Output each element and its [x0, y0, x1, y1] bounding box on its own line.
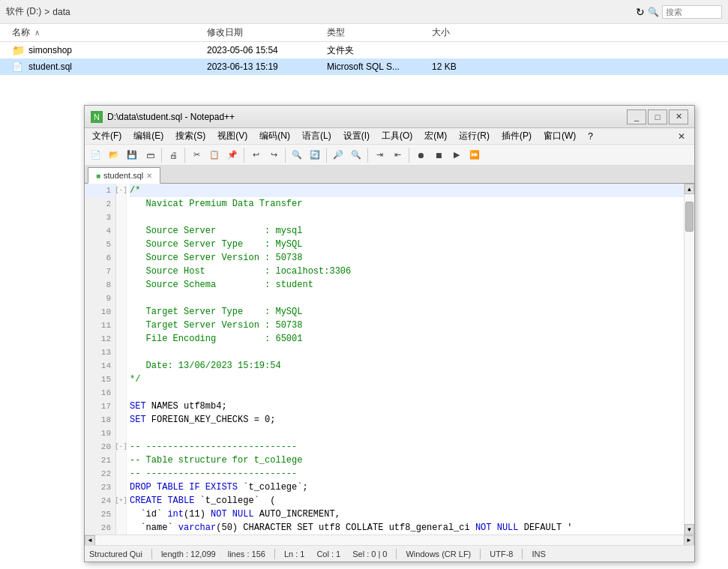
fold-19 — [116, 427, 126, 440]
toolbar-sep-4 — [285, 148, 286, 163]
maximize-button[interactable]: □ — [648, 109, 667, 124]
tab-student-sql[interactable]: ■ student.sql ✕ — [88, 167, 160, 184]
menu-plugins[interactable]: 插件(P) — [497, 128, 536, 144]
file-row-student-sql[interactable]: 📄 student.sql 2023-06-13 15:19 Microsoft… — [0, 58, 728, 75]
toolbar-sep-6 — [367, 148, 368, 163]
menu-help[interactable]: ? — [583, 130, 598, 143]
line-num-1: 1 — [85, 184, 115, 197]
vertical-scrollbar[interactable]: ▲ ▼ — [684, 184, 694, 535]
status-sep-1 — [151, 549, 152, 559]
breadcrumb-drive[interactable]: 软件 (D:) — [6, 5, 41, 18]
toolbar-zoom-out[interactable]: 🔍 — [348, 147, 364, 163]
horizontal-scrollbar[interactable]: ◄ ► — [85, 535, 694, 545]
fold-17 — [116, 400, 126, 413]
toolbar-copy[interactable]: 📋 — [206, 147, 223, 163]
menu-encoding[interactable]: 编码(N) — [255, 128, 295, 144]
menu-tools[interactable]: 工具(O) — [377, 128, 417, 144]
breadcrumb-folder[interactable]: data — [52, 7, 70, 17]
fold-20[interactable]: [-] — [116, 440, 126, 454]
npp-x-button[interactable]: ✕ — [672, 130, 691, 143]
code-line-8: Source Schema : student — [130, 278, 684, 292]
file-date: 2023-06-13 15:19 — [207, 61, 327, 72]
scroll-h-track[interactable] — [95, 535, 684, 545]
code-editor-content[interactable]: /* Navicat Premium Data Transfer Source … — [127, 184, 684, 535]
menu-run[interactable]: 运行(R) — [454, 128, 494, 144]
fold-16 — [116, 386, 126, 400]
npp-editor[interactable]: 1 2 3 4 5 6 7 8 9 10 11 12 13 14 15 16 1… — [85, 184, 694, 535]
breadcrumb-sep: > — [44, 7, 49, 17]
toolbar-outdent[interactable]: ⇤ — [389, 147, 406, 163]
search-input[interactable] — [662, 5, 722, 19]
toolbar-cut[interactable]: ✂ — [188, 147, 205, 163]
line-num-15: 15 — [85, 373, 115, 386]
sort-arrow: ∧ — [34, 28, 40, 37]
scroll-down-arrow[interactable]: ▼ — [685, 524, 694, 535]
code-line-24: CREATE TABLE `t_college` ( — [130, 494, 684, 508]
scroll-up-arrow[interactable]: ▲ — [685, 184, 694, 194]
line-num-14: 14 — [85, 359, 115, 373]
code-line-7: Source Host : localhost:3306 — [130, 265, 684, 278]
menu-file[interactable]: 文件(F) — [88, 128, 126, 144]
status-ln: Ln : 1 — [284, 550, 305, 559]
file-size: 12 KB — [432, 61, 507, 72]
col-header-type[interactable]: 类型 — [327, 26, 432, 39]
toolbar-indent[interactable]: ⇥ — [371, 147, 388, 163]
line-num-2: 2 — [85, 197, 115, 211]
status-lines: lines : 156 — [228, 550, 265, 559]
close-button[interactable]: ✕ — [669, 109, 688, 124]
status-sep-3 — [396, 549, 397, 559]
line-num-19: 19 — [85, 427, 115, 440]
toolbar-find[interactable]: 🔍 — [289, 147, 305, 163]
menu-settings[interactable]: 设置(I) — [339, 128, 374, 144]
line-numbers-panel: 1 2 3 4 5 6 7 8 9 10 11 12 13 14 15 16 1… — [85, 184, 116, 535]
toolbar-save[interactable]: 💾 — [124, 147, 140, 163]
toolbar-open[interactable]: 📂 — [106, 147, 122, 163]
toolbar-undo[interactable]: ↩ — [247, 147, 264, 163]
toolbar-redo[interactable]: ↪ — [265, 147, 282, 163]
line-num-26: 26 — [85, 521, 115, 535]
scroll-thumb[interactable] — [685, 202, 694, 232]
code-line-18: SET FOREIGN_KEY_CHECKS = 0; — [130, 413, 684, 427]
code-line-14: Date: 13/06/2023 15:19:54 — [130, 359, 684, 373]
toolbar-macro-play[interactable]: ▶ — [448, 147, 465, 163]
code-line-26: `name` varchar(50) CHARACTER SET utf8 CO… — [130, 521, 684, 535]
tab-close-icon[interactable]: ✕ — [146, 172, 152, 180]
toolbar-saveall[interactable]: 🗃 — [142, 147, 158, 163]
scroll-track[interactable] — [685, 194, 694, 524]
status-mode: Structured Qui — [89, 550, 142, 559]
code-line-11: Target Server Version : 50738 — [130, 319, 684, 332]
toolbar-sep-7 — [409, 148, 409, 163]
line-num-17: 17 — [85, 400, 115, 413]
refresh-icon[interactable]: ↻ — [636, 6, 645, 18]
menu-language[interactable]: 语言(L) — [298, 128, 336, 144]
menu-edit[interactable]: 编辑(E) — [129, 128, 168, 144]
toolbar-replace[interactable]: 🔄 — [307, 147, 323, 163]
col-header-name[interactable]: 名称 ∧ — [12, 26, 207, 39]
fold-8 — [116, 278, 126, 292]
minimize-button[interactable]: _ — [627, 109, 646, 124]
fold-1[interactable]: [-] — [116, 184, 126, 197]
toolbar-paste[interactable]: 📌 — [224, 147, 241, 163]
col-header-date[interactable]: 修改日期 — [207, 26, 327, 39]
menu-macro[interactable]: 宏(M) — [420, 128, 451, 144]
fold-11 — [116, 319, 126, 332]
menu-window[interactable]: 窗口(W) — [539, 128, 580, 144]
toolbar-macro-stop[interactable]: ⏹ — [430, 147, 447, 163]
line-num-8: 8 — [85, 278, 115, 292]
toolbar-zoom-in[interactable]: 🔎 — [330, 147, 346, 163]
file-name: student.sql — [28, 61, 72, 72]
toolbar-print[interactable]: 🖨 — [165, 147, 181, 163]
scroll-left-arrow[interactable]: ◄ — [85, 535, 95, 546]
fold-24[interactable]: [+] — [116, 494, 126, 508]
toolbar-macro-run[interactable]: ⏩ — [466, 147, 483, 163]
file-row-simonshop[interactable]: 📁 simonshop 2023-05-06 15:54 文件夹 — [0, 42, 728, 58]
toolbar-new[interactable]: 📄 — [88, 147, 104, 163]
npp-app-icon: N — [91, 111, 103, 123]
toolbar-macro-rec[interactable]: ⏺ — [412, 147, 429, 163]
menu-view[interactable]: 视图(V) — [213, 128, 252, 144]
file-type: Microsoft SQL S... — [327, 61, 432, 72]
col-header-size[interactable]: 大小 — [432, 26, 507, 39]
menu-search[interactable]: 搜索(S) — [171, 128, 210, 144]
scroll-right-arrow[interactable]: ► — [684, 535, 694, 546]
code-line-12: File Encoding : 65001 — [130, 332, 684, 346]
